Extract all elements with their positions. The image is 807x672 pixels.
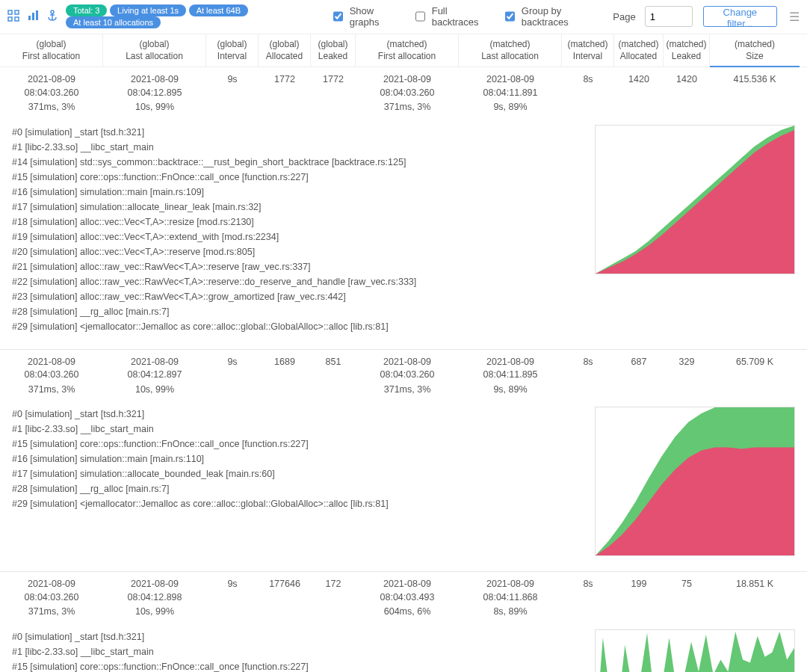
- table-cell: 18.851 K: [710, 578, 800, 619]
- column-header[interactable]: (matched)Allocated: [614, 34, 664, 67]
- svg-rect-5: [32, 13, 34, 20]
- table-cell: 8s: [562, 578, 614, 619]
- svg-rect-4: [28, 16, 31, 20]
- table-cell: 65.709 K: [710, 356, 800, 397]
- backtrace-frame: #17 [simulation] simulation::allocate_bo…: [12, 466, 584, 481]
- table-cell: 2021-08-09 08:04:03.260371ms, 3%: [0, 578, 103, 619]
- table-cell: 2021-08-09 08:04:03.260371ms, 3%: [356, 356, 459, 397]
- table-cell: 8s: [562, 356, 614, 397]
- backtrace-frame: #28 [simulation] __rg_alloc [main.rs:7]: [12, 304, 584, 319]
- backtrace-frame: #28 [simulation] __rg_alloc [main.rs:7]: [12, 481, 584, 496]
- table-cell: 415.536 K: [710, 73, 800, 114]
- table-cell: 177646: [259, 578, 311, 619]
- table-cell: 172: [311, 578, 356, 619]
- backtrace-frame: #15 [simulation] core::ops::function::Fn…: [12, 659, 584, 672]
- toolbar: Total: 3 Living at least 1s At least 64B…: [0, 0, 807, 34]
- allocation-chart: [595, 407, 795, 556]
- svg-rect-3: [15, 17, 19, 21]
- table-cell: 9s: [206, 73, 259, 114]
- column-header[interactable]: (matched)Interval: [562, 34, 614, 67]
- grid-icon[interactable]: [7, 10, 19, 24]
- column-header[interactable]: (matched)Last allocation: [459, 34, 562, 67]
- backtrace-frame: #0 [simulation] _start [tsd.h:321]: [12, 629, 584, 644]
- backtrace-frame: #0 [simulation] _start [tsd.h:321]: [12, 407, 584, 422]
- backtrace-frame: #17 [simulation] simulation::allocate_li…: [12, 200, 584, 215]
- backtrace-frame: #22 [simulation] alloc::raw_vec::RawVec<…: [12, 274, 584, 289]
- backtrace: #0 [simulation] _start [tsd.h:321]#1 [li…: [12, 407, 584, 556]
- table-cell: 2021-08-09 08:04:03.493604ms, 6%: [356, 578, 459, 619]
- filter-pill[interactable]: At least 64B: [189, 4, 248, 16]
- backtrace-frame: #20 [simulation] alloc::vec::Vec<T,A>::r…: [12, 244, 584, 259]
- svg-rect-1: [15, 10, 19, 14]
- allocation-group: 2021-08-09 08:04:03.260371ms, 3%2021-08-…: [0, 350, 807, 573]
- column-header[interactable]: (matched)Leaked: [664, 34, 710, 67]
- table-cell: 2021-08-09 08:04:11.8919s, 89%: [459, 73, 562, 114]
- column-header[interactable]: (global)Leaked: [311, 34, 356, 67]
- table-cell: 2021-08-09 08:04:12.89810s, 99%: [103, 578, 206, 619]
- backtrace-frame: #15 [simulation] core::ops::function::Fn…: [12, 170, 584, 185]
- table-cell: 1772: [311, 73, 356, 114]
- backtrace: #0 [simulation] _start [tsd.h:321]#1 [li…: [12, 629, 584, 672]
- table-cell: 9s: [206, 356, 259, 397]
- backtrace-frame: #23 [simulation] alloc::raw_vec::RawVec<…: [12, 289, 584, 304]
- backtrace-frame: #29 [simulation] <jemallocator::Jemalloc…: [12, 319, 584, 334]
- table-cell: 2021-08-09 08:04:12.89710s, 99%: [103, 356, 206, 397]
- backtrace-frame: #16 [simulation] simulation::main [main.…: [12, 185, 584, 200]
- backtrace-frame: #14 [simulation] std::sys_common::backtr…: [12, 155, 584, 170]
- backtrace: #0 [simulation] _start [tsd.h:321]#1 [li…: [12, 125, 584, 334]
- svg-rect-0: [8, 10, 12, 14]
- full-backtraces-checkbox[interactable]: Full backtraces: [412, 5, 487, 28]
- column-header[interactable]: (global)First allocation: [0, 34, 103, 67]
- allocation-group: 2021-08-09 08:04:03.260371ms, 3%2021-08-…: [0, 572, 807, 672]
- table-cell: 1772: [259, 73, 311, 114]
- table-cell: 1689: [259, 356, 311, 397]
- backtrace-frame: #21 [simulation] alloc::raw_vec::RawVec<…: [12, 259, 584, 274]
- anchor-icon[interactable]: [46, 10, 58, 24]
- change-filter-button[interactable]: Change filter...: [703, 6, 777, 27]
- table-cell: 199: [614, 578, 664, 619]
- table-cell: 687: [614, 356, 664, 397]
- column-header[interactable]: (matched)Size: [710, 34, 800, 67]
- show-graphs-checkbox[interactable]: Show graphs: [330, 5, 398, 28]
- group-by-backtraces-checkbox[interactable]: Group by backtraces: [502, 5, 599, 28]
- table-cell: 2021-08-09 08:04:11.8959s, 89%: [459, 356, 562, 397]
- page-input[interactable]: [645, 6, 693, 27]
- backtrace-frame: #1 [libc-2.33.so] __libc_start_main: [12, 422, 584, 437]
- svg-rect-2: [8, 17, 12, 21]
- filter-pill[interactable]: Total: 3: [66, 4, 107, 16]
- column-header[interactable]: (global)Last allocation: [103, 34, 206, 67]
- table-cell: 2021-08-09 08:04:03.260371ms, 3%: [0, 73, 103, 114]
- backtrace-frame: #1 [libc-2.33.so] __libc_start_main: [12, 140, 584, 155]
- backtrace-frame: #0 [simulation] _start [tsd.h:321]: [12, 125, 584, 140]
- table-header: (global)First allocation(global)Last all…: [0, 34, 807, 67]
- svg-rect-6: [36, 10, 38, 20]
- backtrace-frame: #29 [simulation] <jemallocator::Jemalloc…: [12, 496, 584, 511]
- backtrace-frame: #16 [simulation] simulation::main [main.…: [12, 451, 584, 466]
- allocation-chart: [595, 629, 795, 672]
- column-header[interactable]: (matched)First allocation: [356, 34, 459, 67]
- column-header[interactable]: (global)Interval: [206, 34, 259, 67]
- filter-pill[interactable]: At least 10 allocations: [66, 16, 161, 28]
- table-cell: 1420: [664, 73, 710, 114]
- table-cell: 851: [311, 356, 356, 397]
- backtrace-frame: #19 [simulation] alloc::vec::Vec<T,A>::e…: [12, 229, 584, 244]
- table-cell: 2021-08-09 08:04:12.89510s, 99%: [103, 73, 206, 114]
- table-cell: 9s: [206, 578, 259, 619]
- page-label: Page: [613, 11, 635, 22]
- backtrace-frame: #15 [simulation] core::ops::function::Fn…: [12, 437, 584, 451]
- backtrace-frame: #1 [libc-2.33.so] __libc_start_main: [12, 644, 584, 659]
- chart-icon[interactable]: [27, 10, 39, 24]
- filter-pill[interactable]: Living at least 1s: [110, 4, 186, 16]
- menu-icon[interactable]: ☰: [789, 10, 800, 24]
- allocation-chart: [595, 125, 795, 274]
- table-cell: 8s: [562, 73, 614, 114]
- table-cell: 2021-08-09 08:04:03.260371ms, 3%: [356, 73, 459, 114]
- svg-point-7: [51, 10, 54, 13]
- table-cell: 75: [664, 578, 710, 619]
- column-header[interactable]: (global)Allocated: [259, 34, 311, 67]
- table-cell: 2021-08-09 08:04:11.8688s, 89%: [459, 578, 562, 619]
- table-cell: 2021-08-09 08:04:03.260371ms, 3%: [0, 356, 103, 397]
- table-cell: 329: [664, 356, 710, 397]
- allocation-group: 2021-08-09 08:04:03.260371ms, 3%2021-08-…: [0, 67, 807, 350]
- backtrace-frame: #18 [simulation] alloc::vec::Vec<T,A>::r…: [12, 215, 584, 229]
